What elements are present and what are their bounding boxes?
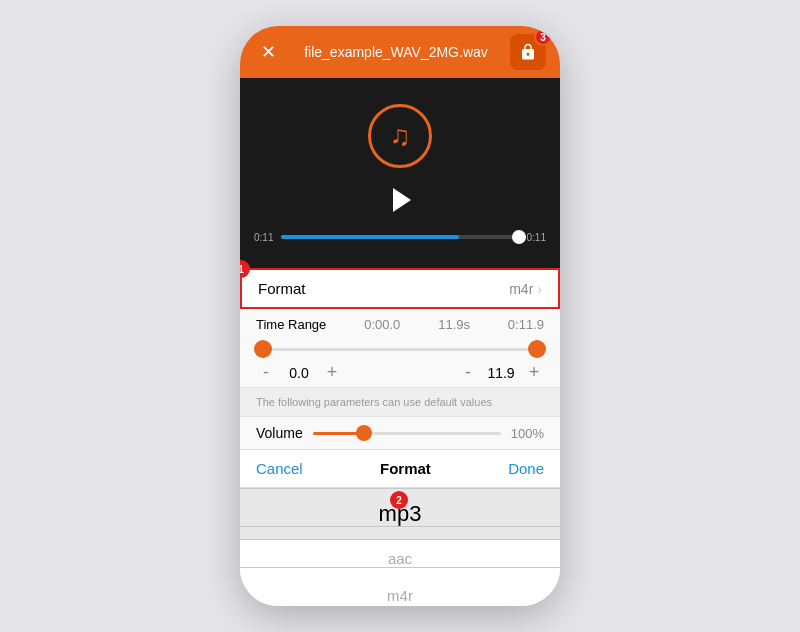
time-range-header: Time Range 0:00.0 11.9s 0:11.9	[256, 317, 544, 332]
default-params-row: The following parameters can use default…	[240, 387, 560, 417]
time-range-label: Time Range	[256, 317, 326, 332]
right-stepper: - 11.9 +	[458, 362, 544, 383]
chevron-right-icon: ›	[537, 281, 542, 297]
left-stepper: - 0.0 +	[256, 362, 342, 383]
music-icon: ♫	[368, 104, 432, 168]
share-icon	[519, 43, 537, 61]
progress-track[interactable]	[281, 235, 518, 239]
close-button[interactable]: ✕	[254, 38, 282, 66]
picker-cancel-button[interactable]: Cancel	[256, 460, 303, 477]
default-params-text: The following parameters can use default…	[256, 396, 492, 408]
stepper-row: - 0.0 + - 11.9 +	[240, 358, 560, 387]
time-range-end: 0:11.9	[508, 317, 544, 332]
volume-fill	[313, 432, 360, 435]
left-stepper-value: 0.0	[284, 365, 314, 381]
time-total: 0:11	[527, 232, 546, 243]
time-range-row: Time Range 0:00.0 11.9s 0:11.9	[240, 309, 560, 334]
volume-row: Volume 100%	[240, 417, 560, 450]
picker-title: Format	[380, 460, 431, 477]
play-triangle-icon	[393, 188, 411, 212]
picker-badge: 2	[390, 491, 408, 509]
picker-item-aac-label: aac	[388, 550, 412, 567]
range-slider[interactable]	[240, 334, 560, 358]
volume-label: Volume	[256, 425, 303, 441]
right-plus-button[interactable]: +	[524, 362, 544, 383]
format-value: m4r ›	[509, 281, 542, 297]
range-left-thumb[interactable]	[254, 340, 272, 358]
picker-done-button[interactable]: Done	[508, 460, 544, 477]
progress-thumb	[512, 230, 526, 244]
time-range-start: 0:00.0	[364, 317, 400, 332]
range-track	[256, 348, 544, 351]
volume-track[interactable]	[313, 432, 501, 435]
left-minus-button[interactable]: -	[256, 362, 276, 383]
picker-item-m4r-label: m4r	[387, 587, 413, 604]
volume-percent: 100%	[511, 426, 544, 441]
player-area: ♫ 0:11 0:11	[240, 78, 560, 268]
picker-item-mp3[interactable]: 2 mp3	[240, 488, 560, 540]
controls-section: 1 Format m4r › Time Range 0:00.0 11.9s 0…	[240, 268, 560, 606]
picker-body[interactable]: 2 mp3 aac m4r m4a	[240, 488, 560, 606]
picker-item-aac[interactable]: aac	[240, 540, 560, 577]
time-range-mid: 11.9s	[438, 317, 470, 332]
format-current-value: m4r	[509, 281, 533, 297]
share-button[interactable]: 3	[510, 34, 546, 70]
format-row[interactable]: 1 Format m4r ›	[240, 268, 560, 309]
format-label: Format	[258, 280, 306, 297]
play-button[interactable]	[380, 180, 420, 220]
right-minus-button[interactable]: -	[458, 362, 478, 383]
left-plus-button[interactable]: +	[322, 362, 342, 383]
format-picker-header: Cancel Format Done	[240, 450, 560, 488]
right-stepper-value: 11.9	[486, 365, 516, 381]
picker-item-m4r[interactable]: m4r	[240, 577, 560, 606]
file-title: file_example_WAV_2MG.wav	[282, 44, 510, 60]
app-header: ✕ file_example_WAV_2MG.wav 3	[240, 26, 560, 78]
progress-fill	[281, 235, 459, 239]
music-note-icon: ♫	[390, 120, 411, 152]
volume-thumb[interactable]	[356, 425, 372, 441]
picker-items: 2 mp3 aac m4r m4a	[240, 488, 560, 606]
progress-bar-container: 0:11 0:11	[240, 232, 560, 243]
range-right-thumb[interactable]	[528, 340, 546, 358]
phone-container: ✕ file_example_WAV_2MG.wav 3 ♫ 0:11 0:11	[240, 26, 560, 606]
time-current: 0:11	[254, 232, 273, 243]
share-badge: 3	[534, 28, 552, 46]
